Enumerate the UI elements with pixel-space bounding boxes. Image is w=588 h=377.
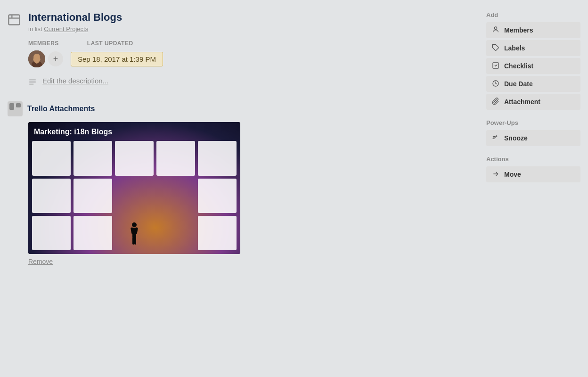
tag-icon xyxy=(492,44,500,52)
attachment-card[interactable]: Marketing: i18n Blogs xyxy=(28,122,240,254)
add-attachment-button[interactable]: Attachment xyxy=(486,94,580,110)
zzz-icon: Z z z xyxy=(492,134,500,142)
card-list-reference: in list Current Projects xyxy=(28,25,475,33)
attachment-preview: Marketing: i18n Blogs xyxy=(28,122,240,254)
attachments-section-header: Trello Attachments xyxy=(8,101,475,116)
last-updated-label: Last Updated xyxy=(87,40,133,47)
card-title: International Blogs xyxy=(28,11,475,24)
add-members-button[interactable]: Members xyxy=(486,22,580,38)
description-icon xyxy=(28,78,37,88)
check-icon xyxy=(492,62,500,70)
actions-section: Actions Move xyxy=(486,156,580,182)
paperclip-icon xyxy=(492,98,500,106)
add-checklist-button[interactable]: Checklist xyxy=(486,58,580,74)
trello-icon xyxy=(8,101,23,116)
list-link[interactable]: Current Projects xyxy=(44,25,88,33)
add-section: Add Members Labels xyxy=(486,11,580,110)
svg-rect-11 xyxy=(9,103,14,110)
svg-text:z: z xyxy=(496,134,498,137)
actions-section-title: Actions xyxy=(486,156,580,163)
card-type-icon xyxy=(8,13,23,28)
move-button[interactable]: Move xyxy=(486,166,580,182)
last-updated-badge: Sep 18, 2017 at 1:39 PM xyxy=(71,52,163,66)
remove-attachment-button[interactable]: Remove xyxy=(28,258,53,265)
attachments-title: Trello Attachments xyxy=(27,105,95,113)
add-section-title: Add xyxy=(486,11,580,18)
powerups-section: Power-Ups Z z z Snooze xyxy=(486,119,580,146)
svg-rect-18 xyxy=(134,237,136,245)
edit-description-button[interactable]: Edit the description... xyxy=(42,77,108,85)
arrow-icon xyxy=(492,170,500,179)
clock-icon xyxy=(492,80,500,88)
svg-point-13 xyxy=(132,222,137,227)
svg-rect-0 xyxy=(8,15,19,25)
svg-rect-12 xyxy=(16,103,21,107)
add-labels-button[interactable]: Labels xyxy=(486,40,580,56)
powerups-section-title: Power-Ups xyxy=(486,119,580,126)
add-due-date-button[interactable]: Due Date xyxy=(486,76,580,92)
svg-point-19 xyxy=(494,27,497,29)
sidebar: Add Members Labels xyxy=(486,11,580,266)
svg-rect-17 xyxy=(132,237,134,245)
attachment-card-title: Marketing: i18n Blogs xyxy=(34,128,112,136)
snooze-button[interactable]: Z z z Snooze xyxy=(486,130,580,146)
add-member-button[interactable]: + xyxy=(48,51,63,66)
member-avatar[interactable] xyxy=(28,50,45,67)
members-label: Members xyxy=(28,40,59,47)
svg-rect-21 xyxy=(493,63,498,68)
person-icon xyxy=(492,26,500,34)
